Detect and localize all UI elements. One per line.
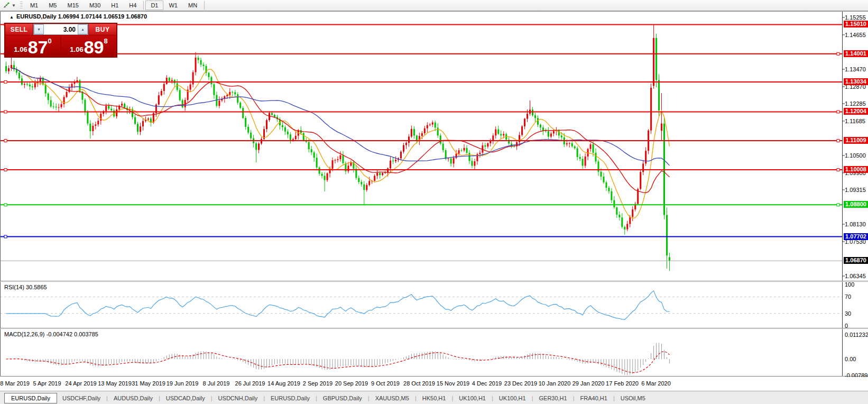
tab-separator: | (573, 395, 575, 401)
volume-decrease-button[interactable]: ▼ (34, 24, 44, 34)
buy-price-box[interactable]: 1.06 89 8 (61, 35, 116, 57)
trading-platform-window: ▼ M1M5M15M30H1H4D1W1MN ▲EURUSD,Daily 1.0… (0, 0, 868, 404)
price-level-label: 1.14001 (844, 50, 868, 57)
tab-separator: | (211, 395, 213, 401)
price-level-label: 1.07702 (844, 233, 868, 240)
symbol-tab-uk100-h1[interactable]: UK100,H1 (454, 393, 491, 403)
price-axis-tick: 1.08130 (845, 221, 868, 227)
volume-input[interactable] (44, 24, 78, 34)
time-axis-label: 15 Nov 2019 (437, 380, 469, 387)
symbol-tab-usoil-m5[interactable]: USOil,M5 (615, 393, 651, 403)
buy-button[interactable]: BUY (89, 24, 116, 35)
sell-button[interactable]: SELL (5, 24, 33, 35)
sell-price-sup: 0 (48, 37, 51, 45)
price-level-label: 1.11009 (844, 137, 868, 144)
time-axis-label: 6 Mar 2020 (641, 380, 671, 387)
price-level-label: 1.08800 (844, 201, 868, 208)
time-axis-label: 31 May 2019 (132, 380, 165, 387)
price-level-label: 1.12004 (844, 108, 868, 115)
symbol-tab-xauusd-m5[interactable]: XAUUSD,M5 (370, 393, 414, 403)
rsi-axis-tick: 30 (845, 310, 851, 317)
tab-separator: | (106, 395, 108, 401)
symbol-tab-uk100-h1[interactable]: UK100,H1 (494, 393, 531, 403)
price-axis-tick: 1.06345 (845, 273, 868, 279)
rsi-axis-tick: 70 (845, 293, 851, 300)
buy-price-big: 89 (84, 39, 104, 56)
macd-indicator-label: MACD(12,26,9) -0.004742 0.003785 (4, 331, 98, 337)
symbol-tab-usdchf-daily[interactable]: USDCHF,Daily (57, 393, 106, 403)
macd-axis-tick: 0.011232 (845, 332, 868, 338)
tab-separator: | (263, 395, 265, 401)
time-axis-label: 26 Jul 2019 (235, 380, 265, 387)
sell-price-box[interactable]: 1.06 87 0 (5, 35, 60, 57)
price-axis-tick: 1.09315 (845, 187, 868, 193)
time-axis-label: 20 Sep 2019 (335, 380, 368, 387)
time-axis-label: 18 Mar 2019 (0, 380, 30, 387)
chart-symbol: EURUSD,Daily (16, 13, 57, 20)
time-axis-label: 10 Jan 2020 (539, 380, 571, 387)
symbol-tab-bar: EURUSD,DailyUSDCHF,Daily|AUDUSD,Daily|US… (0, 391, 868, 404)
rsi-axis-tick: 100 (845, 281, 854, 288)
price-axis-tick: 1.11685 (845, 118, 868, 124)
time-axis-label: 17 Feb 2020 (606, 380, 639, 387)
time-axis-label: 24 Apr 2019 (65, 380, 96, 387)
time-axis-label: 2 Sep 2019 (303, 380, 333, 387)
volume-spinner: ▼ ▲ (33, 24, 88, 35)
tab-separator: | (613, 395, 615, 401)
symbol-tab-ger30-h1[interactable]: GER30,H1 (533, 393, 572, 403)
sell-price-prefix: 1.06 (14, 45, 27, 53)
price-level-label: 1.06870 (844, 257, 868, 264)
time-axis-label: 19 Jun 2019 (167, 380, 199, 387)
chart-title: ▲EURUSD,Daily 1.06994 1.07144 1.06519 1.… (10, 13, 147, 20)
buy-price-prefix: 1.06 (70, 45, 83, 53)
price-axis-tick: 1.14655 (845, 32, 868, 38)
time-axis-label: 5 Apr 2019 (33, 380, 61, 387)
price-axis-tick: 1.13470 (845, 66, 868, 72)
time-axis-label: 4 Dec 2019 (472, 380, 502, 387)
price-level-label: 1.15010 (844, 21, 868, 27)
time-axis-label: 28 Oct 2019 (403, 380, 435, 387)
price-axis-tick: 1.12285 (845, 100, 868, 107)
price-level-label: 1.10008 (844, 166, 868, 173)
tab-separator: | (451, 395, 453, 401)
symbol-tab-usdcad-daily[interactable]: USDCAD,Daily (161, 393, 210, 403)
price-axis-tick: 1.10500 (845, 152, 868, 159)
rsi-axis-tick: 0 (845, 323, 848, 329)
chart-ohlc-values: 1.06994 1.07144 1.06519 1.06870 (58, 13, 147, 20)
tab-separator: | (532, 395, 533, 401)
symbol-tab-audusd-daily[interactable]: AUDUSD,Daily (108, 393, 158, 403)
volume-increase-button[interactable]: ▲ (78, 24, 88, 34)
tab-separator: | (159, 395, 160, 401)
buy-price-sup: 8 (104, 37, 107, 45)
tab-separator: | (316, 395, 317, 401)
symbol-tab-usdcnh-daily[interactable]: USDCNH,Daily (213, 393, 263, 403)
sell-price-big: 87 (28, 39, 48, 56)
symbol-tab-eurusd-daily[interactable]: EURUSD,Daily (4, 393, 57, 403)
symbol-tab-eurusd-daily[interactable]: EURUSD,Daily (265, 393, 315, 403)
price-axis-tick: 1.15255 (845, 14, 868, 21)
time-axis: 18 Mar 20195 Apr 201924 Apr 201913 May 2… (0, 377, 868, 391)
symbol-tab-hk50-h1[interactable]: HK50,H1 (417, 393, 451, 403)
price-level-label: 1.13034 (844, 78, 868, 85)
collapse-triangle-icon[interactable]: ▲ (10, 15, 14, 20)
one-click-trade-panel: SELL ▼ ▲ BUY 1.06 87 0 1.06 89 8 (4, 23, 117, 58)
tab-separator: | (492, 395, 493, 401)
time-axis-label: 14 Aug 2019 (267, 380, 300, 387)
chart-plot-area (0, 0, 868, 377)
rsi-indicator-label: RSI(14) 30.5865 (4, 284, 47, 290)
time-axis-label: 29 Jan 2020 (572, 380, 605, 387)
time-axis-label: 8 Jul 2019 (203, 380, 230, 387)
symbol-tab-fra40-h1[interactable]: FRA40,H1 (575, 393, 613, 403)
macd-axis-tick: 0.00 (845, 356, 856, 362)
symbol-tab-gbpusd-daily[interactable]: GBPUSD,Daily (318, 393, 367, 403)
tab-separator: | (415, 395, 417, 401)
tab-separator: | (368, 395, 370, 401)
time-axis-label: 13 May 2019 (98, 380, 132, 387)
time-axis-label: 23 Dec 2019 (504, 380, 537, 387)
time-axis-label: 9 Oct 2019 (371, 380, 400, 387)
